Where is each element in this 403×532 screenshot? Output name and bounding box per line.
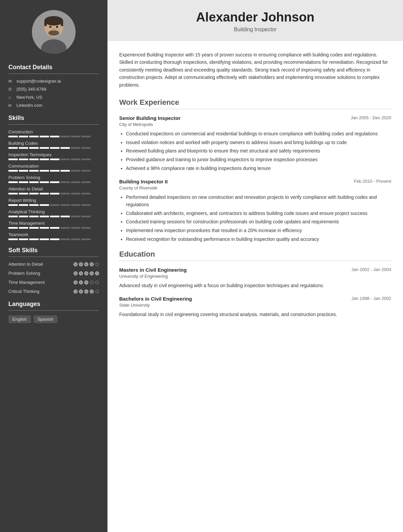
dot xyxy=(95,262,99,266)
skill-bar xyxy=(8,204,99,206)
skill-segment xyxy=(50,147,59,149)
candidate-name: Alexander Johnson xyxy=(119,10,391,25)
job-item: Building Inspector IIFeb 2010 - PresentC… xyxy=(119,179,391,243)
skill-name: Inspection Techniques xyxy=(8,152,99,157)
edu-header: Masters in Civil EngineeringJan 2002 - J… xyxy=(119,267,391,273)
skill-segment xyxy=(40,181,49,183)
skill-segment xyxy=(60,204,70,206)
skill-bar xyxy=(8,181,99,183)
skill-segment xyxy=(29,170,39,172)
skill-segment xyxy=(19,204,28,206)
skill-name: Analytical Thinking xyxy=(8,209,99,214)
dot xyxy=(79,290,83,294)
skill-segment xyxy=(40,193,49,194)
skill-item: Teamwork xyxy=(8,232,99,240)
contact-section-title: Contact Details xyxy=(8,64,99,71)
contact-linkedin: in LinkedIn.com xyxy=(8,103,99,108)
job-bullet: Achieved a 98% compliance rate in buildi… xyxy=(126,165,391,172)
dot xyxy=(90,262,94,266)
dot xyxy=(74,262,78,266)
skill-name: Communication xyxy=(8,164,99,169)
skill-segment xyxy=(50,170,59,172)
skill-item: Inspection Techniques xyxy=(8,152,99,160)
svg-rect-5 xyxy=(61,20,63,26)
skill-segment xyxy=(29,136,39,137)
main-content: Alexander Johnson Building Inspector Exp… xyxy=(107,0,403,532)
phone-icon: ✆ xyxy=(8,87,14,92)
skill-segment xyxy=(71,227,80,229)
job-item: Senior Building InspectorJan 2005 - Dec … xyxy=(119,115,391,172)
skill-segment xyxy=(71,136,80,137)
skill-segment xyxy=(50,238,59,240)
avatar xyxy=(32,10,76,54)
skill-segment xyxy=(60,159,70,160)
skill-item: Attention to Detail xyxy=(8,186,99,194)
language-tags: EnglishSpanish xyxy=(8,315,99,323)
soft-skill-item: Problem Solving xyxy=(8,271,99,276)
skill-item: Communication xyxy=(8,164,99,172)
languages-section-title: Languages xyxy=(8,301,99,308)
skill-segment xyxy=(81,204,91,206)
dot-row xyxy=(74,280,99,284)
soft-skill-item: Time Management xyxy=(8,280,99,285)
edu-description: Advanced study in civil engineering with… xyxy=(119,282,391,290)
dot-row xyxy=(74,290,99,294)
skill-segment xyxy=(19,193,28,194)
skill-segment xyxy=(29,193,39,194)
language-tag: Spanish xyxy=(34,315,57,323)
soft-skill-name: Critical Thinking xyxy=(8,289,39,294)
language-tag: English xyxy=(8,315,31,323)
education-title: Education xyxy=(119,250,391,261)
edu-school: University of Engineering xyxy=(119,274,391,279)
edu-degree: Masters in Civil Engineering xyxy=(119,267,187,273)
skill-segment xyxy=(40,136,49,137)
edu-degree: Bachelors in Civil Engineering xyxy=(119,296,192,302)
skill-item: Problem Solving xyxy=(8,175,99,183)
dot xyxy=(79,280,83,284)
skill-bar xyxy=(8,193,99,194)
soft-skill-item: Critical Thinking xyxy=(8,289,99,294)
dot xyxy=(84,290,88,294)
dot xyxy=(95,280,99,284)
job-bullet: Collaborated with architects, engineers,… xyxy=(126,210,391,217)
soft-skill-name: Attention to Detail xyxy=(8,262,43,267)
job-bullet: Issued violation notices and worked with… xyxy=(126,139,391,146)
skill-bar xyxy=(8,227,99,229)
skill-segment xyxy=(71,170,80,172)
dot xyxy=(84,271,88,275)
skill-segment xyxy=(81,136,91,137)
skill-item: Building Codes xyxy=(8,141,99,149)
skill-segment xyxy=(40,170,49,172)
edu-item: Masters in Civil EngineeringJan 2002 - J… xyxy=(119,267,391,290)
skill-bar xyxy=(8,147,99,149)
job-date: Jan 2005 - Dec 2020 xyxy=(351,115,391,120)
edu-date: Jan 1998 - Jan 2002 xyxy=(351,296,391,301)
skill-item: Analytical Thinking xyxy=(8,209,99,217)
dot-row xyxy=(74,262,99,266)
dot xyxy=(74,280,78,284)
dot xyxy=(79,271,83,275)
job-date: Feb 2010 - Present xyxy=(354,179,391,184)
job-bullets: Conducted inspections on commercial and … xyxy=(119,130,391,172)
skill-segment xyxy=(40,147,49,149)
job-title: Building Inspector II xyxy=(119,179,168,184)
skill-segment xyxy=(29,227,39,229)
skill-segment xyxy=(50,159,59,160)
skill-item: Construction xyxy=(8,129,99,137)
skill-name: Time Management xyxy=(8,221,99,226)
linkedin-icon: in xyxy=(8,103,14,108)
skill-segment xyxy=(81,216,91,217)
soft-skill-name: Time Management xyxy=(8,280,45,285)
edu-item: Bachelors in Civil EngineeringJan 1998 -… xyxy=(119,296,391,318)
skill-bar xyxy=(8,170,99,172)
skill-segment xyxy=(19,227,28,229)
svg-point-7 xyxy=(49,26,51,28)
job-company: County of Riverside xyxy=(119,185,391,190)
skill-segment xyxy=(19,238,28,240)
skill-segment xyxy=(71,204,80,206)
edu-date: Jan 2002 - Jan 2004 xyxy=(351,267,391,272)
job-header: Senior Building InspectorJan 2005 - Dec … xyxy=(119,115,391,121)
candidate-title: Building Inspector xyxy=(119,27,391,33)
contact-phone: ✆ (555) 345-6789 xyxy=(8,87,99,92)
skill-segment xyxy=(8,204,18,206)
